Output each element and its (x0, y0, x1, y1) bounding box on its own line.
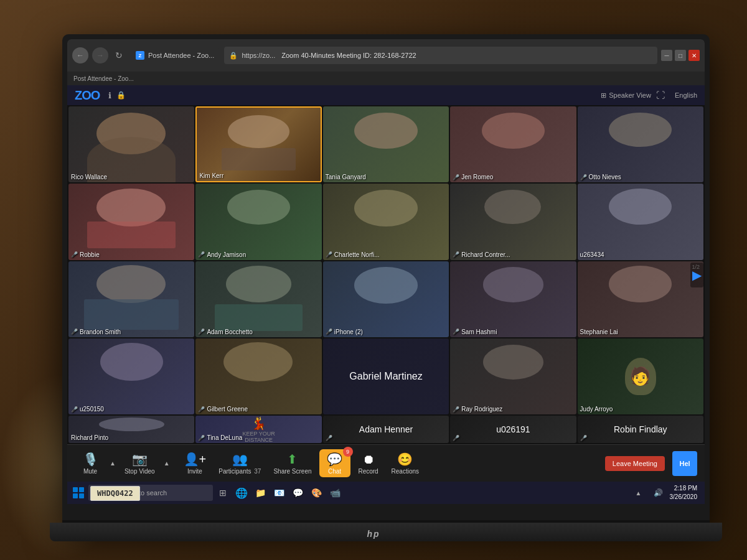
taskview-button[interactable]: ⊞ (214, 484, 232, 502)
tile-charlette-norfi: 🎤 Charlette Norfi... (323, 184, 449, 259)
zoom-header: ZOO ℹ 🔒 ⊞ Speaker View ⛶ English (67, 85, 705, 105)
tray-up-arrow[interactable]: ▲ (630, 484, 647, 502)
share-screen-button[interactable]: ⬆ Share Screen (268, 449, 316, 477)
tile-name-robbie: 🎤 Robbie (71, 251, 100, 258)
help-button[interactable]: Hel (672, 451, 697, 476)
browser-tab[interactable]: Z Post Attendee - Zoo... (129, 48, 220, 63)
mute-caret[interactable]: ▲ (108, 460, 117, 467)
tile-name-jen: 🎤 Jen Romeo (453, 174, 493, 180)
reactions-button[interactable]: 😊 Reactions (387, 449, 424, 477)
tile-iphone: 🎤 iPhone (2) (323, 261, 449, 337)
clock-time: 2:18 PM (670, 484, 698, 493)
info-icon[interactable]: ℹ (108, 91, 111, 100)
tile-richard-contreras: 🎤 Richard Contrer... (450, 184, 576, 259)
window-controls: ─ □ ✕ (661, 50, 700, 61)
tile-name-rico: Rico Wallace (71, 174, 107, 180)
address-bar[interactable]: 🔒 https://zo... Zoom 40-Minutes Meeting … (224, 47, 657, 64)
tile-name-richard-c: 🎤 Richard Contrer... (453, 251, 510, 258)
record-label: Record (358, 468, 378, 475)
tile-u250150: 🎤 u250150 (68, 338, 194, 414)
mute-icon: 🎤 (453, 329, 459, 335)
tile-name-gilbert: 🎤 Gilbert Greene (198, 406, 248, 413)
video-caret[interactable]: ▲ (162, 460, 171, 467)
tab-title: Post Attendee - Zoo... (148, 52, 214, 59)
windows-taskbar: 🔍 Type here to search ⊞ 🌐 📁 📧 💬 🎨 📹 ▲ 🔊 (67, 482, 705, 504)
chat-badge: 9 (343, 447, 353, 457)
browser-back-button[interactable]: ← (72, 47, 88, 63)
leave-meeting-button[interactable]: Leave Meeting (605, 456, 665, 471)
windows-logo (73, 487, 84, 498)
zoom-window: ZOO ℹ 🔒 ⊞ Speaker View ⛶ English (67, 85, 705, 504)
language-button[interactable]: English (675, 91, 697, 99)
zoom-toolbar: 🎙️ Mute ▲ 📷 Stop Video ▲ 👤+ Invite � (67, 444, 705, 482)
tile-name-adam-b: 🎤 Adam Bocchetto (198, 329, 252, 335)
browser-refresh-button[interactable]: ↻ (112, 49, 126, 62)
system-clock: 2:18 PM 3/26/2020 (670, 484, 698, 502)
tile-kim-kerr: Kim Kerr (195, 106, 321, 182)
camera-icon: 📷 (132, 452, 148, 467)
tile-robin-findlay: Robin Findlay 🎤 (578, 416, 703, 443)
tile-rico-wallace: Rico Wallace (68, 106, 194, 182)
tile-name-iphone: 🎤 iPhone (2) (326, 329, 363, 335)
invite-button[interactable]: 👤+ Invite (179, 449, 212, 477)
tile-name-robin-muted: 🎤 (580, 435, 587, 441)
tile-adam-henner: Adam Henner 🎤 (323, 416, 449, 443)
tile-judy-arroyo: 🧑 Judy Arroyo (578, 338, 703, 414)
mute-icon: 🎤 (453, 435, 459, 441)
invite-label: Invite (187, 468, 202, 475)
maximize-button[interactable]: □ (675, 50, 686, 61)
record-icon: ⏺ (362, 452, 375, 467)
tile-name-u263434: u263434 (580, 251, 604, 258)
tile-name-u026191-muted: 🎤 (453, 435, 459, 441)
security-lock-icon: 🔒 (229, 52, 238, 60)
speaker-view-icon: ⊞ (601, 91, 606, 100)
tile-name-kim: Kim Kerr (199, 172, 223, 179)
minimize-button[interactable]: ─ (661, 50, 672, 61)
tile-name-stephanie: Stephanie Lai (580, 329, 618, 335)
tile-u026191: u026191 🎤 (450, 416, 576, 443)
url-text: https://zo... (242, 52, 275, 59)
participants-icon: 👥 (232, 452, 248, 467)
tile-name-charlette: 🎤 Charlette Norfi... (326, 251, 380, 258)
mute-icon: 🎤 (71, 251, 78, 258)
mute-icon: 🎤 (326, 251, 332, 258)
mute-button[interactable]: 🎙️ Mute (75, 449, 106, 477)
stop-video-button[interactable]: 📷 Stop Video (120, 449, 160, 477)
zoom-logo: ZOO (75, 88, 100, 103)
speaker-view-button[interactable]: ⊞ Speaker View (601, 91, 651, 100)
close-button[interactable]: ✕ (688, 50, 700, 61)
tile-u263434: u263434 (578, 184, 703, 259)
record-button[interactable]: ⏺ Record (353, 450, 384, 477)
tile-tania-ganyard: Tania Ganyard (323, 106, 449, 182)
tile-andy-jamison: 🎤 Andy Jamison (195, 184, 321, 259)
tile-name-ray: 🎤 Ray Rodriguez (453, 406, 502, 413)
chat-button-wrapper: 💬 Chat 9 (319, 449, 350, 477)
tray-network-icon[interactable]: 🔊 (650, 484, 667, 502)
meeting-id-text: Zoom 40-Minutes Meeting ID: 282-168-2722 (281, 52, 416, 59)
paint-icon[interactable]: 🎨 (308, 484, 325, 502)
outlook-icon[interactable]: 📧 (270, 484, 288, 502)
fullscreen-button[interactable]: ⛶ (656, 90, 665, 100)
mute-icon: 🎤 (198, 251, 205, 258)
tile-adam-bocchetto: 🎤 Adam Bocchetto (195, 261, 321, 337)
zoom-taskbar-icon[interactable]: 📹 (326, 484, 344, 502)
tile-name-adam-h-muted: 🎤 (326, 435, 332, 441)
tile-brandon-smith: 🎤 Brandon Smith (68, 261, 194, 337)
file-explorer-icon[interactable]: 📁 (251, 484, 269, 502)
start-button[interactable] (70, 484, 87, 502)
browser-forward-button[interactable]: → (92, 47, 108, 63)
ie-icon[interactable]: 🌐 (233, 484, 250, 502)
next-page-button[interactable]: ▶ (690, 263, 703, 287)
speaker-view-label: Speaker View (609, 91, 651, 99)
participants-button[interactable]: 👥 Participants 37 (214, 449, 266, 477)
tile-tina-deluna: 💃 KEEP YOURDISTANCE 🎤 Tina DeLuna (195, 416, 321, 443)
tile-robbie: 🎤 Robbie (68, 184, 194, 259)
tile-gabriel-martinez: Gabriel Martinez (323, 338, 449, 414)
tile-name-brandon: 🎤 Brandon Smith (71, 329, 121, 335)
tile-name-judy: Judy Arroyo (580, 406, 613, 413)
tile-name-u250150: 🎤 u250150 (71, 406, 104, 413)
security-icon[interactable]: 🔒 (116, 91, 126, 100)
skype-icon[interactable]: 💬 (289, 484, 306, 502)
tile-jen-romeo: 🎤 Jen Romeo (450, 106, 576, 182)
mute-icon: 🎤 (71, 406, 78, 413)
